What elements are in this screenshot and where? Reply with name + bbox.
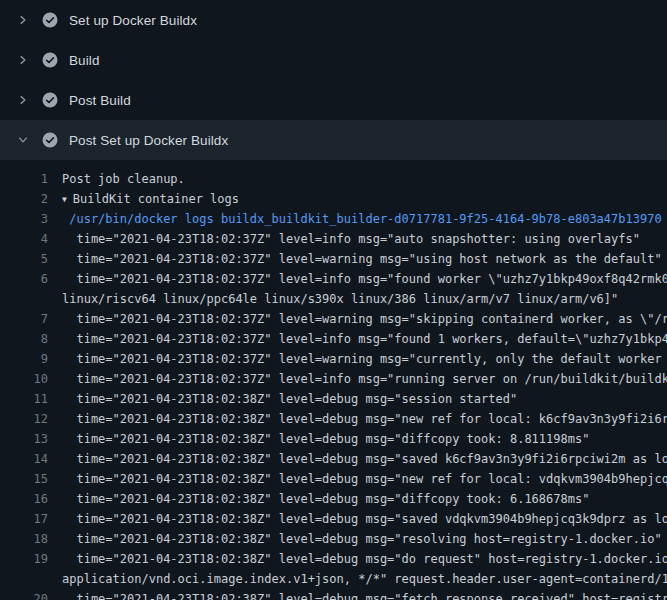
- log-area: 1Post job cleanup.2▼BuildKit container l…: [0, 160, 667, 600]
- check-circle-icon: [42, 12, 58, 28]
- log-row: 16 time="2021-04-23T18:02:38Z" level=deb…: [0, 489, 667, 509]
- log-text: time="2021-04-23T18:02:37Z" level=warnin…: [62, 309, 667, 329]
- log-row: 7 time="2021-04-23T18:02:37Z" level=warn…: [0, 309, 667, 329]
- line-number[interactable]: 15: [0, 469, 48, 489]
- log-row: 15 time="2021-04-23T18:02:38Z" level=deb…: [0, 469, 667, 489]
- actions-log-viewer: Set up Docker Buildx Build Post Build Po…: [0, 0, 667, 600]
- log-text: time="2021-04-23T18:02:38Z" level=debug …: [62, 469, 667, 489]
- log-text: time="2021-04-23T18:02:37Z" level=info m…: [62, 229, 667, 249]
- log-row: 13 time="2021-04-23T18:02:38Z" level=deb…: [0, 429, 667, 449]
- log-text: time="2021-04-23T18:02:38Z" level=debug …: [62, 529, 667, 549]
- chevron-right-icon: [16, 13, 30, 27]
- log-row: 11 time="2021-04-23T18:02:38Z" level=deb…: [0, 389, 667, 409]
- log-text: Post job cleanup.: [62, 169, 667, 189]
- log-text: time="2021-04-23T18:02:38Z" level=debug …: [62, 549, 667, 569]
- line-number[interactable]: 20: [0, 589, 48, 600]
- check-circle-icon: [42, 52, 58, 68]
- log-row: 9 time="2021-04-23T18:02:37Z" level=warn…: [0, 349, 667, 369]
- line-number[interactable]: 19: [0, 549, 48, 569]
- log-text: time="2021-04-23T18:02:38Z" level=debug …: [62, 589, 667, 600]
- step-header-set-up-docker-buildx[interactable]: Set up Docker Buildx: [0, 0, 667, 40]
- log-row: 19 time="2021-04-23T18:02:38Z" level=deb…: [0, 549, 667, 569]
- line-number[interactable]: 3: [0, 209, 48, 229]
- line-number[interactable]: 11: [0, 389, 48, 409]
- chevron-right-icon: [16, 53, 30, 67]
- log-row: application/vnd.oci.image.index.v1+json,…: [0, 569, 667, 589]
- log-row: 14 time="2021-04-23T18:02:38Z" level=deb…: [0, 449, 667, 469]
- log-text: linux/riscv64 linux/ppc64le linux/s390x …: [62, 289, 667, 309]
- log-text: time="2021-04-23T18:02:38Z" level=debug …: [62, 489, 667, 509]
- log-text: time="2021-04-23T18:02:38Z" level=debug …: [62, 449, 667, 469]
- log-text: time="2021-04-23T18:02:38Z" level=debug …: [62, 389, 667, 409]
- log-row: 8 time="2021-04-23T18:02:37Z" level=info…: [0, 329, 667, 349]
- log-text: time="2021-04-23T18:02:37Z" level=info m…: [62, 269, 667, 289]
- line-number[interactable]: 5: [0, 249, 48, 269]
- log-text: time="2021-04-23T18:02:38Z" level=debug …: [62, 509, 667, 529]
- line-number[interactable]: 10: [0, 369, 48, 389]
- line-number[interactable]: 6: [0, 269, 48, 289]
- log-row: 6 time="2021-04-23T18:02:37Z" level=info…: [0, 269, 667, 289]
- log-text: time="2021-04-23T18:02:38Z" level=debug …: [62, 409, 667, 429]
- line-number[interactable]: 16: [0, 489, 48, 509]
- chevron-down-icon: [16, 133, 30, 147]
- log-row: 5 time="2021-04-23T18:02:37Z" level=warn…: [0, 249, 667, 269]
- line-number[interactable]: 18: [0, 529, 48, 549]
- step-label: Post Build: [69, 93, 131, 108]
- log-row: 1Post job cleanup.: [0, 169, 667, 189]
- line-number: [0, 289, 48, 309]
- line-number[interactable]: 14: [0, 449, 48, 469]
- log-row: 2▼BuildKit container logs: [0, 189, 667, 209]
- line-number[interactable]: 1: [0, 169, 48, 189]
- log-row: 17 time="2021-04-23T18:02:38Z" level=deb…: [0, 509, 667, 529]
- step-label: Build: [69, 53, 100, 68]
- log-row: 20 time="2021-04-23T18:02:38Z" level=deb…: [0, 589, 667, 600]
- line-number[interactable]: 4: [0, 229, 48, 249]
- log-row: 10 time="2021-04-23T18:02:37Z" level=inf…: [0, 369, 667, 389]
- line-number[interactable]: 8: [0, 329, 48, 349]
- log-row: 3 /usr/bin/docker logs buildx_buildkit_b…: [0, 209, 667, 229]
- line-number[interactable]: 2: [0, 189, 48, 209]
- chevron-right-icon: [16, 93, 30, 107]
- step-label: Post Set up Docker Buildx: [69, 133, 228, 148]
- log-row: 18 time="2021-04-23T18:02:38Z" level=deb…: [0, 529, 667, 549]
- check-circle-icon: [42, 92, 58, 108]
- log-group-toggle[interactable]: ▼BuildKit container logs: [62, 189, 667, 209]
- group-expanded-triangle-icon: ▼: [62, 190, 67, 209]
- step-label: Set up Docker Buildx: [69, 13, 197, 28]
- log-row: 4 time="2021-04-23T18:02:37Z" level=info…: [0, 229, 667, 249]
- line-number[interactable]: 7: [0, 309, 48, 329]
- step-header-post-build[interactable]: Post Build: [0, 80, 667, 120]
- log-text: application/vnd.oci.image.index.v1+json,…: [62, 569, 667, 589]
- log-text: time="2021-04-23T18:02:37Z" level=warnin…: [62, 249, 667, 269]
- log-row: 12 time="2021-04-23T18:02:38Z" level=deb…: [0, 409, 667, 429]
- log-text: time="2021-04-23T18:02:37Z" level=warnin…: [62, 349, 667, 369]
- log-text: time="2021-04-23T18:02:37Z" level=info m…: [62, 329, 667, 349]
- line-number[interactable]: 13: [0, 429, 48, 449]
- check-circle-icon: [42, 132, 58, 148]
- line-number[interactable]: 9: [0, 349, 48, 369]
- log-text: time="2021-04-23T18:02:37Z" level=info m…: [62, 369, 667, 389]
- log-text: time="2021-04-23T18:02:38Z" level=debug …: [62, 429, 667, 449]
- line-number[interactable]: 17: [0, 509, 48, 529]
- step-header-build[interactable]: Build: [0, 40, 667, 80]
- log-command-text: /usr/bin/docker logs buildx_buildkit_bui…: [62, 209, 667, 229]
- line-number[interactable]: 12: [0, 409, 48, 429]
- log-row: linux/riscv64 linux/ppc64le linux/s390x …: [0, 289, 667, 309]
- line-number: [0, 569, 48, 589]
- step-header-post-set-up-docker-buildx[interactable]: Post Set up Docker Buildx: [0, 120, 667, 160]
